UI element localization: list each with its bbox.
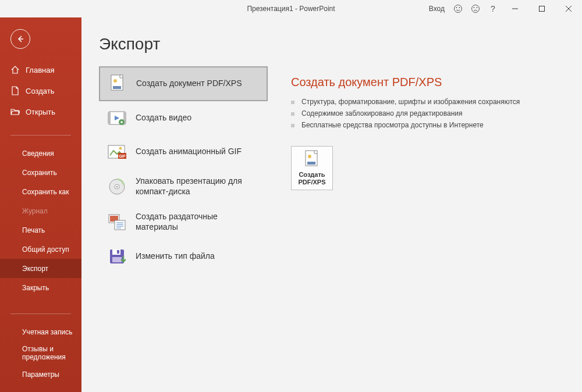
page-title: Экспорт: [99, 35, 268, 54]
action-button-label: Создать PDF/XPS: [292, 171, 332, 186]
export-option-label: Создать раздаточные материалы: [136, 212, 259, 232]
sidebar-item-export[interactable]: Экспорт: [0, 259, 81, 278]
sidebar-item-info[interactable]: Сведения: [0, 144, 81, 163]
svg-text:GIF: GIF: [119, 154, 126, 158]
export-option-package[interactable]: Упаковать презентацию для компакт-диска: [99, 169, 268, 204]
help-icon[interactable]: ?: [484, 0, 502, 17]
sidebar-item-history: Журнал: [0, 201, 81, 220]
sidebar-item-saveas[interactable]: Сохранить как: [0, 182, 81, 201]
home-icon: [10, 65, 20, 74]
svg-rect-35: [112, 257, 122, 262]
sidebar-item-label: Открыть: [26, 108, 55, 116]
svg-rect-34: [117, 250, 119, 254]
export-option-pdfxps[interactable]: Создать документ PDF/XPS: [99, 66, 268, 101]
save-as-icon: [108, 247, 126, 266]
svg-point-19: [119, 147, 122, 150]
video-icon: [108, 109, 126, 127]
backstage-sidebar: Главная Создать Открыть Сведения Сохрани…: [0, 17, 81, 392]
detail-bullet: Бесплатные средства просмотра доступны в…: [291, 119, 582, 131]
sidebar-item-print[interactable]: Печать: [0, 220, 81, 240]
sidebar-item-account[interactable]: Учетная запись: [0, 322, 81, 341]
svg-rect-15: [108, 112, 111, 124]
sidebar-item-home[interactable]: Главная: [0, 59, 81, 80]
sidebar-item-open[interactable]: Открыть: [0, 101, 81, 122]
divider: [10, 135, 71, 136]
sidebar-item-label: Создать: [26, 87, 54, 95]
pdf-document-icon: [303, 150, 321, 169]
maximize-button[interactable]: [528, 0, 555, 17]
frown-icon[interactable]: [467, 0, 484, 17]
export-option-label: Упаковать презентацию для компакт-диска: [136, 176, 259, 197]
minimize-button[interactable]: [502, 0, 528, 17]
svg-point-3: [472, 5, 480, 13]
new-file-icon: [10, 86, 20, 95]
detail-bullet: Содержимое заблокировано для редактирова…: [291, 108, 582, 119]
folder-open-icon: [10, 107, 20, 116]
svg-rect-37: [307, 162, 315, 165]
export-option-gif[interactable]: GIF Создать анимационный GIF: [99, 135, 268, 169]
smile-icon[interactable]: [449, 0, 467, 17]
divider: [10, 313, 71, 314]
export-option-handouts[interactable]: Создать раздаточные материалы: [99, 204, 268, 240]
cd-icon: [108, 177, 126, 196]
create-pdf-xps-button[interactable]: Создать PDF/XPS: [291, 146, 333, 190]
sidebar-item-close[interactable]: Закрыть: [0, 278, 81, 297]
window-title: Презентация1 - PowerPoint: [247, 5, 335, 13]
export-option-label: Создать видео: [136, 113, 191, 123]
sidebar-item-new[interactable]: Создать: [0, 80, 81, 101]
export-option-label: Создать анимационный GIF: [136, 147, 242, 157]
svg-point-38: [308, 155, 311, 158]
gif-icon: GIF: [108, 142, 126, 161]
signin-link[interactable]: Вход: [429, 5, 445, 13]
export-option-video[interactable]: Создать видео: [99, 101, 268, 135]
titlebar: Презентация1 - PowerPoint Вход ?: [0, 0, 582, 17]
svg-point-5: [477, 7, 478, 8]
svg-rect-12: [113, 86, 121, 89]
detail-title: Создать документ PDF/XPS: [291, 76, 582, 89]
export-option-label: Изменить тип файла: [136, 251, 215, 262]
content-area: Экспорт Создать документ PDF/XPS Создать…: [81, 17, 582, 392]
svg-rect-7: [540, 6, 545, 12]
svg-point-0: [455, 5, 462, 13]
export-option-label: Создать документ PDF/XPS: [136, 79, 242, 89]
close-button[interactable]: [555, 0, 582, 17]
sidebar-item-options[interactable]: Параметры: [0, 365, 81, 384]
handouts-icon: [108, 213, 126, 231]
sidebar-item-save[interactable]: Сохранить: [0, 163, 81, 182]
pdf-document-icon: [108, 74, 127, 93]
svg-point-13: [113, 79, 117, 83]
svg-point-24: [116, 186, 118, 187]
svg-rect-27: [115, 220, 125, 230]
sidebar-item-share[interactable]: Общий доступ: [0, 240, 81, 259]
back-button[interactable]: [10, 29, 30, 49]
svg-point-4: [474, 7, 475, 8]
svg-point-1: [456, 7, 457, 8]
svg-point-2: [459, 7, 460, 8]
detail-bullets: Структура, форматирование, шрифты и изоб…: [291, 96, 582, 131]
sidebar-item-feedback[interactable]: Отзывы и предложения: [0, 341, 81, 365]
sidebar-item-label: Главная: [26, 66, 54, 74]
detail-bullet: Структура, форматирование, шрифты и изоб…: [291, 96, 582, 108]
export-option-changetype[interactable]: Изменить тип файла: [99, 240, 268, 273]
